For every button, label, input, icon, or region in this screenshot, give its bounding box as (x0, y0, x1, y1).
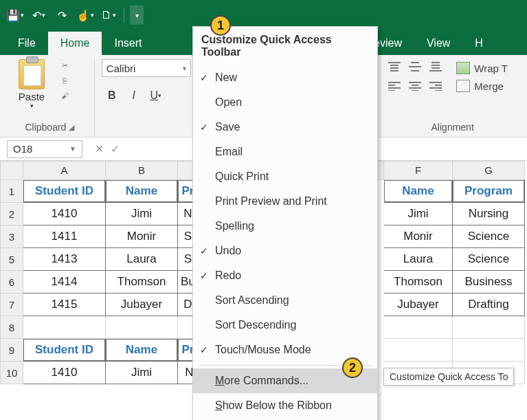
row-head[interactable]: 5 (0, 248, 23, 271)
qat-save-button[interactable]: 💾▾ (5, 5, 25, 25)
name-box[interactable]: O18▼ (7, 140, 82, 158)
row-head[interactable]: 10 (0, 362, 23, 384)
separator (124, 8, 124, 23)
qat-undo-button[interactable]: ↶▾ (29, 5, 48, 25)
col-head-a[interactable]: A (23, 161, 106, 180)
cell[interactable]: Monir (384, 225, 453, 248)
cell[interactable]: Science (453, 248, 525, 271)
underline-button[interactable]: U ▾ (146, 87, 166, 104)
brush-icon: 🖌 (61, 91, 69, 100)
qat-redo-button[interactable]: ↷ (52, 5, 71, 25)
align-left-button[interactable] (385, 78, 404, 93)
align-top-button[interactable] (385, 59, 404, 74)
menu-item[interactable]: Sort Ascending (193, 288, 377, 313)
menu-item[interactable]: ✓New (193, 65, 377, 90)
row-head[interactable]: 1 (0, 180, 23, 203)
menu-item[interactable]: ✓Redo (193, 263, 377, 288)
cell[interactable]: 1415 (23, 294, 106, 316)
clipboard-group-label: Clipboard (25, 122, 66, 133)
cell[interactable]: Business (453, 271, 525, 294)
menu-item[interactable]: Open (193, 90, 377, 115)
menu-item[interactable]: Spelling (193, 214, 377, 239)
cell[interactable]: 1410 (23, 362, 106, 384)
cell[interactable]: Drafting (453, 294, 525, 316)
align-right-button[interactable] (426, 78, 445, 93)
tab-insert[interactable]: Insert (102, 32, 154, 55)
merge-icon (456, 80, 470, 92)
paste-label: Paste (19, 91, 45, 102)
col-head-g[interactable]: G (453, 161, 525, 180)
align-bottom-button[interactable] (426, 59, 445, 74)
cell[interactable]: Science (453, 225, 525, 248)
cell[interactable] (384, 339, 453, 362)
menu-show-below-ribbon[interactable]: Show Below the Ribbon (193, 393, 377, 418)
cell[interactable]: Program (453, 180, 525, 203)
copy-button[interactable]: ⎘ (58, 74, 71, 87)
cell[interactable]: Laura (106, 248, 178, 271)
callout-1: 1 (210, 15, 231, 36)
save-icon: 💾 (6, 9, 20, 22)
format-painter-button[interactable]: 🖌 (58, 89, 71, 102)
tab-file[interactable]: File (5, 32, 48, 55)
bold-button[interactable]: B (102, 87, 122, 104)
cell[interactable]: Thomson (106, 271, 178, 294)
wrap-text-button[interactable]: Wrap T (456, 62, 508, 74)
align-middle-button[interactable] (405, 59, 425, 74)
row-head[interactable]: 9 (0, 339, 23, 362)
cell[interactable]: 1411 (23, 225, 106, 248)
cell[interactable] (453, 339, 525, 362)
tab-home[interactable]: Home (48, 32, 102, 55)
menu-item[interactable]: Email (193, 140, 377, 164)
tab-view[interactable]: View (414, 32, 462, 55)
cell[interactable]: Name (384, 180, 453, 203)
cell[interactable]: Jimi (384, 203, 453, 225)
cell[interactable]: Nursing (453, 203, 525, 225)
cell[interactable]: Student ID (23, 180, 106, 203)
merge-center-button[interactable]: Merge (456, 80, 508, 92)
cell[interactable]: 1410 (23, 203, 106, 225)
cell[interactable] (384, 316, 453, 339)
cell[interactable] (453, 316, 525, 339)
menu-item[interactable]: Sort Descending (193, 313, 377, 338)
menu-item[interactable]: Quick Print (193, 164, 377, 189)
dialog-launcher-icon[interactable]: ◢ (69, 123, 74, 132)
row-head[interactable]: 3 (0, 225, 23, 248)
cell[interactable]: Jimi (106, 362, 178, 384)
qat-new-button[interactable]: 🗋▾ (99, 5, 118, 25)
align-center-button[interactable] (405, 78, 425, 93)
cell[interactable]: Monir (106, 225, 178, 248)
confirm-formula-button[interactable]: ✓ (111, 142, 120, 155)
cell[interactable]: Student ID (23, 339, 106, 362)
row-head[interactable]: 8 (0, 316, 23, 339)
paste-button[interactable]: Paste ▾ (12, 59, 51, 109)
qat-touch-mode-button[interactable]: ☝▾ (76, 5, 95, 25)
row-head[interactable]: 6 (0, 271, 23, 294)
cell[interactable] (106, 316, 178, 339)
select-all-corner[interactable] (0, 161, 23, 180)
font-name-combo[interactable]: Calibri▾ (102, 59, 191, 77)
cancel-formula-button[interactable]: ✕ (95, 142, 104, 155)
cut-button[interactable]: ✂ (58, 59, 71, 71)
italic-button[interactable]: I (124, 87, 144, 104)
qat-customize-dropdown[interactable]: ▾ (130, 5, 144, 25)
col-head-f[interactable]: F (384, 161, 453, 180)
row-head[interactable]: 7 (0, 294, 23, 316)
cell[interactable]: Name (106, 180, 178, 203)
cell[interactable]: Thomson (384, 271, 453, 294)
cell[interactable]: Jimi (106, 203, 178, 225)
cell[interactable]: Jubayer (384, 294, 453, 316)
menu-item[interactable]: ✓Undo (193, 239, 377, 263)
wrap-label: Wrap T (474, 63, 508, 74)
row-head[interactable]: 2 (0, 203, 23, 225)
tab-overflow[interactable]: H (462, 32, 486, 55)
cell[interactable]: Name (106, 339, 178, 362)
cell[interactable]: Jubayer (106, 294, 178, 316)
col-head-b[interactable]: B (106, 161, 178, 180)
cell[interactable]: 1413 (23, 248, 106, 271)
cell[interactable]: Laura (384, 248, 453, 271)
cell[interactable] (23, 316, 106, 339)
copy-icon: ⎘ (63, 76, 67, 85)
menu-item[interactable]: ✓Save (193, 115, 377, 140)
menu-item[interactable]: Print Preview and Print (193, 189, 377, 214)
cell[interactable]: 1414 (23, 271, 106, 294)
